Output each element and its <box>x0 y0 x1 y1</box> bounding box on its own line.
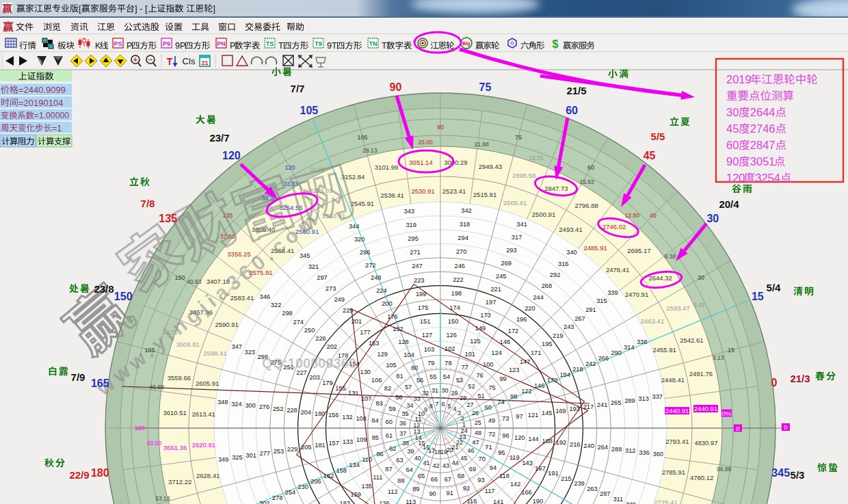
svg-text:$: $ <box>553 38 559 50</box>
svg-text:3508.81: 3508.81 <box>176 341 200 348</box>
svg-text:287: 287 <box>600 490 611 497</box>
svg-text:30: 30 <box>442 387 449 394</box>
svg-text:P: P <box>127 41 132 51</box>
svg-text:144: 144 <box>528 436 539 442</box>
svg-text:7/8: 7/8 <box>141 198 155 209</box>
svg-text:127: 127 <box>422 332 433 339</box>
svg-text:73: 73 <box>502 415 509 422</box>
svg-text:152: 152 <box>393 326 403 332</box>
svg-text:2620.91: 2620.91 <box>192 441 215 449</box>
svg-text:300: 300 <box>245 402 256 409</box>
svg-text:9T: 9T <box>327 41 337 51</box>
svg-text:216: 216 <box>570 441 581 448</box>
svg-text:28: 28 <box>460 395 466 401</box>
svg-text:52: 52 <box>468 383 475 390</box>
svg-text:94: 94 <box>490 464 496 471</box>
svg-text:45: 45 <box>650 212 657 219</box>
svg-text:] - [: ] - [ <box>135 3 148 14</box>
svg-text:105: 105 <box>386 362 397 369</box>
svg-text:336: 336 <box>639 449 650 456</box>
svg-text:230: 230 <box>297 483 308 490</box>
svg-text:150: 150 <box>174 274 185 281</box>
svg-text:217: 217 <box>583 403 594 410</box>
svg-text:T: T <box>167 56 173 67</box>
svg-text:249: 249 <box>334 296 345 303</box>
svg-text:2593.47: 2593.47 <box>666 304 689 312</box>
svg-text:9P: 9P <box>175 41 185 51</box>
svg-text:30: 30 <box>706 213 719 224</box>
svg-text:183: 183 <box>340 500 351 504</box>
svg-text:83: 83 <box>376 400 383 407</box>
svg-text:53.13: 53.13 <box>155 495 170 502</box>
svg-text:222: 222 <box>453 276 464 283</box>
svg-text:110: 110 <box>362 456 372 463</box>
svg-text:P: P <box>230 41 235 51</box>
svg-text:129: 129 <box>377 351 388 358</box>
svg-text:274: 274 <box>293 319 304 326</box>
svg-text:2847.73: 2847.73 <box>544 185 568 192</box>
svg-text:46.88: 46.88 <box>150 384 165 390</box>
svg-text:3610.51: 3610.51 <box>163 409 186 416</box>
svg-text:51: 51 <box>477 393 484 399</box>
svg-text:109: 109 <box>356 436 367 443</box>
svg-text:2613.41: 2613.41 <box>191 410 215 418</box>
svg-text:=20190104: =20190104 <box>18 98 63 108</box>
svg-text:142: 142 <box>510 481 521 488</box>
svg-text:122: 122 <box>521 388 532 395</box>
svg-text:6: 6 <box>442 401 445 408</box>
svg-text:76: 76 <box>476 372 483 379</box>
svg-text:72: 72 <box>488 431 495 438</box>
svg-text:2491.76: 2491.76 <box>689 370 713 377</box>
svg-text:3: 3 <box>458 410 461 416</box>
svg-text:194: 194 <box>559 371 570 378</box>
svg-text:203: 203 <box>309 374 320 381</box>
svg-text:30: 30 <box>726 106 739 118</box>
svg-text:318: 318 <box>460 221 471 228</box>
svg-text:195: 195 <box>542 341 553 347</box>
svg-text:124: 124 <box>491 349 502 356</box>
svg-text:32: 32 <box>422 390 429 397</box>
svg-text:312: 312 <box>625 447 636 454</box>
svg-text:344: 344 <box>349 223 360 230</box>
svg-text:145: 145 <box>542 410 553 416</box>
svg-text:2746: 2746 <box>750 122 776 135</box>
svg-text:349: 349 <box>218 456 229 463</box>
svg-text:2538.41: 2538.41 <box>380 191 403 199</box>
svg-text:121: 121 <box>528 412 539 419</box>
svg-text:182: 182 <box>323 473 334 479</box>
svg-text:149: 149 <box>475 325 486 332</box>
svg-text:25.00: 25.00 <box>418 139 433 146</box>
svg-text:28.13: 28.13 <box>362 147 377 154</box>
svg-text:31: 31 <box>432 387 438 394</box>
svg-text:2508.41: 2508.41 <box>503 199 527 207</box>
svg-text:179: 179 <box>322 380 333 386</box>
svg-text:156: 156 <box>328 412 339 419</box>
svg-text:296: 296 <box>360 249 371 256</box>
svg-text:48: 48 <box>475 429 481 436</box>
svg-text:2440.91: 2440.91 <box>694 405 717 412</box>
svg-text:K: K <box>95 41 101 51</box>
svg-text:3559.66: 3559.66 <box>168 374 191 382</box>
svg-text:9.38: 9.38 <box>664 253 676 260</box>
svg-text:50: 50 <box>485 404 492 411</box>
svg-text:147: 147 <box>520 358 531 365</box>
svg-text:=1: =1 <box>52 124 62 133</box>
svg-text:116: 116 <box>466 498 477 504</box>
svg-text:297: 297 <box>317 274 328 281</box>
svg-text:2463.41: 2463.41 <box>641 317 664 325</box>
svg-text:322: 322 <box>271 302 282 308</box>
svg-text:2598.41: 2598.41 <box>203 349 226 357</box>
svg-text:180: 180 <box>315 410 326 417</box>
svg-text:225: 225 <box>343 307 354 314</box>
svg-text:−: − <box>148 55 153 64</box>
svg-text:79: 79 <box>427 360 434 367</box>
svg-text:3000.29: 3000.29 <box>444 159 467 166</box>
svg-text:150: 150 <box>114 291 133 302</box>
svg-text:23/7: 23/7 <box>209 132 229 144</box>
svg-text:81: 81 <box>396 373 403 380</box>
svg-text:157: 157 <box>328 440 339 447</box>
svg-text:276: 276 <box>259 403 270 410</box>
svg-text:3051: 3051 <box>750 155 776 168</box>
svg-text:2793.41: 2793.41 <box>665 438 689 445</box>
svg-text:347: 347 <box>232 343 243 350</box>
